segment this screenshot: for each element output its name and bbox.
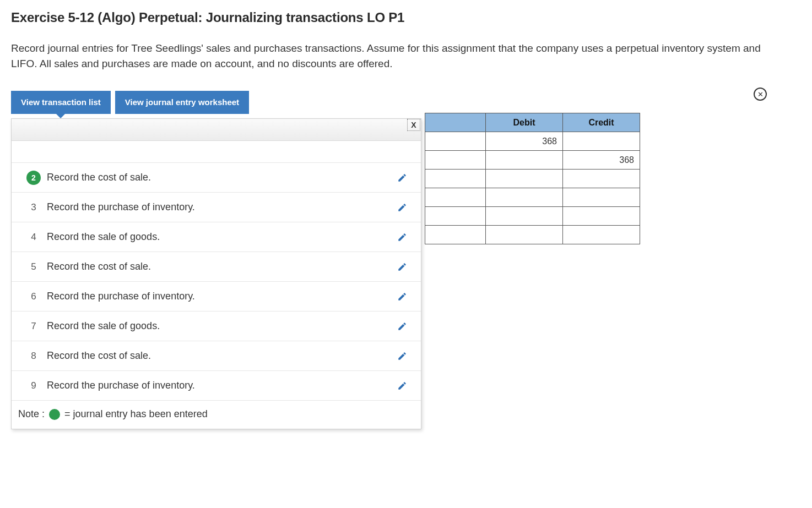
transaction-label: Record the purchase of inventory. — [46, 201, 393, 213]
transaction-row[interactable]: 2Record the cost of sale. — [12, 163, 421, 193]
debit-cell[interactable] — [486, 170, 563, 188]
transaction-panel: View transaction list View journal entry… — [11, 91, 421, 429]
note-prefix: Note : — [18, 408, 45, 420]
transaction-number-entered: 2 — [26, 171, 41, 185]
transaction-number: 8 — [24, 351, 44, 362]
credit-cell[interactable] — [563, 132, 640, 151]
account-cell[interactable] — [425, 188, 486, 207]
instructions-text: Record journal entries for Tree Seedling… — [11, 41, 771, 71]
transaction-number: 5 — [24, 261, 44, 272]
transaction-label: Record the cost of sale. — [46, 350, 393, 362]
transaction-number: 9 — [24, 380, 44, 391]
journal-entry-grid: Debit Credit 368368 — [425, 113, 640, 244]
debit-cell[interactable] — [486, 188, 563, 207]
debit-cell[interactable] — [486, 151, 563, 170]
blank-header — [425, 113, 486, 132]
close-icon[interactable]: ✕ — [754, 88, 767, 101]
account-cell[interactable] — [425, 151, 486, 170]
table-row — [425, 226, 640, 244]
edit-icon[interactable] — [393, 351, 411, 361]
edit-icon[interactable] — [393, 173, 411, 183]
edit-icon[interactable] — [393, 292, 411, 302]
credit-cell[interactable] — [563, 207, 640, 226]
table-row — [425, 188, 640, 207]
credit-cell[interactable] — [563, 226, 640, 244]
transaction-number: 6 — [24, 291, 44, 302]
table-row — [425, 207, 640, 226]
transaction-label: Record the purchase of inventory. — [46, 380, 393, 391]
tab-transaction-list[interactable]: View transaction list — [11, 91, 111, 114]
debit-header: Debit — [486, 113, 563, 132]
edit-icon[interactable] — [393, 321, 411, 331]
account-cell[interactable] — [425, 226, 486, 244]
transaction-label: Record the cost of sale. — [46, 261, 393, 272]
table-row: 368 — [425, 151, 640, 170]
transaction-row[interactable]: 4Record the sale of goods. — [12, 222, 421, 252]
account-cell[interactable] — [425, 207, 486, 226]
credit-cell[interactable]: 368 — [563, 151, 640, 170]
debit-cell[interactable] — [486, 207, 563, 226]
account-cell[interactable] — [425, 170, 486, 188]
list-spacer — [12, 141, 421, 163]
note-row: Note : = journal entry has been entered — [12, 401, 421, 429]
edit-icon[interactable] — [393, 262, 411, 272]
transaction-row[interactable]: 3Record the purchase of inventory. — [12, 193, 421, 222]
transaction-number: 4 — [24, 232, 44, 243]
credit-cell[interactable] — [563, 188, 640, 207]
credit-cell[interactable] — [563, 170, 640, 188]
transaction-label: Record the cost of sale. — [46, 172, 393, 183]
transaction-label: Record the sale of goods. — [46, 320, 393, 332]
table-row: 368 — [425, 132, 640, 151]
transaction-number: 7 — [24, 321, 44, 332]
debit-cell[interactable] — [486, 226, 563, 244]
list-header — [12, 119, 421, 141]
tab-journal-worksheet[interactable]: View journal entry worksheet — [115, 91, 249, 114]
edit-icon[interactable] — [393, 381, 411, 391]
transaction-row[interactable]: 9Record the purchase of inventory. — [12, 371, 421, 401]
page-title: Exercise 5-12 (Algo) Perpetual: Journali… — [11, 10, 801, 25]
entered-dot-icon — [49, 409, 60, 420]
entry-panel: ✕ X Debit Credit 368368 — [421, 91, 801, 244]
transaction-label: Record the purchase of inventory. — [46, 291, 393, 302]
debit-cell[interactable]: 368 — [486, 132, 563, 151]
transaction-row[interactable]: 6Record the purchase of inventory. — [12, 282, 421, 312]
table-row — [425, 170, 640, 188]
account-cell[interactable] — [425, 132, 486, 151]
transaction-row[interactable]: 7Record the sale of goods. — [12, 312, 421, 341]
edit-icon[interactable] — [393, 203, 411, 212]
note-text: = journal entry has been entered — [64, 408, 208, 420]
transaction-row[interactable]: 8Record the cost of sale. — [12, 341, 421, 371]
credit-header: Credit — [563, 113, 640, 132]
transaction-number: 3 — [24, 202, 44, 213]
x-marker-icon[interactable]: X — [407, 119, 420, 131]
transaction-row[interactable]: 5Record the cost of sale. — [12, 252, 421, 282]
edit-icon[interactable] — [393, 232, 411, 242]
transaction-label: Record the sale of goods. — [46, 231, 393, 243]
